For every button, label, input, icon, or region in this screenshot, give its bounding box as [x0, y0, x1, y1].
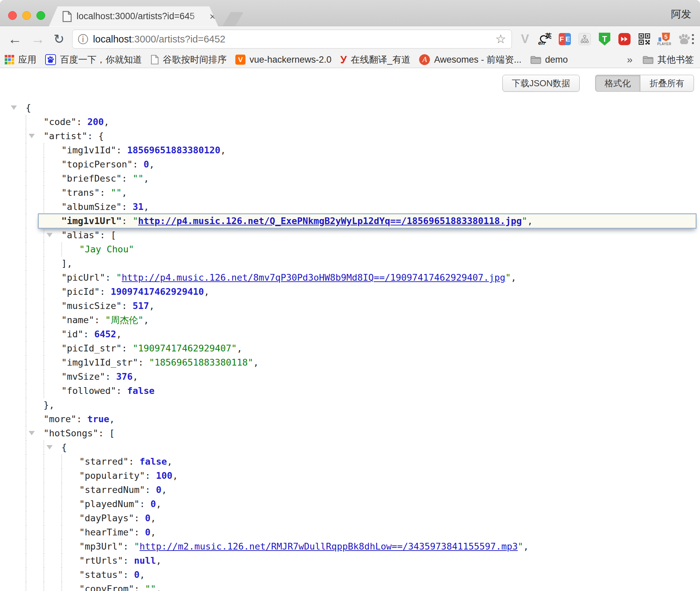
- zoom-window-button[interactable]: [36, 11, 45, 20]
- awesomes-logo-icon: A: [419, 54, 430, 65]
- json-key: "mvSize": [61, 371, 105, 382]
- json-literal-value: 517: [133, 301, 149, 311]
- active-tab[interactable]: localhost:3000/artists?id=645 ×: [49, 6, 218, 26]
- bookmark-baidu[interactable]: 百度一下，你就知道: [45, 54, 142, 66]
- indent-guide: [43, 256, 44, 271]
- json-url-link[interactable]: http://p4.music.126.net/Q_ExePNkmgB2yWyL…: [138, 216, 522, 226]
- json-url-link[interactable]: http://m2.music.126.net/RMJR7wDullRqppBk…: [140, 541, 518, 552]
- reload-icon[interactable]: ↻: [49, 33, 69, 45]
- url-text[interactable]: localhost:3000/artists?id=6452: [93, 34, 226, 45]
- indent-guide: [43, 143, 44, 157]
- json-string-value: "Jay Chou": [79, 244, 134, 254]
- org-tree-icon[interactable]: [578, 32, 591, 46]
- json-line: "albumSize": 31,: [0, 200, 700, 214]
- json-punctuation: ,: [140, 569, 145, 580]
- tab-close-icon[interactable]: ×: [207, 11, 218, 22]
- json-punctuation: ,: [156, 584, 162, 591]
- fe-helper-icon[interactable]: FE: [558, 32, 571, 46]
- json-key: "alias": [61, 230, 100, 240]
- html5-player-icon[interactable]: 5 PLAYER: [658, 32, 671, 46]
- vue-devtools-icon[interactable]: V: [519, 32, 531, 46]
- json-punctuation: ,: [149, 159, 154, 169]
- json-punctuation: :: [133, 159, 144, 169]
- indent-guide: [26, 271, 26, 285]
- json-key: "more": [43, 414, 77, 424]
- json-line-text: "name": "周杰伦",: [61, 313, 149, 327]
- json-punctuation: ,: [523, 541, 529, 552]
- json-line: "hearTime": 0,: [0, 525, 700, 539]
- indent-guide: [43, 327, 44, 341]
- json-line: ],: [0, 256, 700, 271]
- json-line-text: "popularity": 100,: [79, 469, 178, 483]
- indent-guide: [43, 186, 44, 200]
- json-punctuation: ,: [204, 286, 209, 297]
- doc-icon: [151, 55, 159, 65]
- json-key: "img1v1Id_str": [61, 357, 138, 368]
- json-line-text: "img1v1Url": "http://p4.music.126.net/Q_…: [61, 214, 533, 228]
- profile-name[interactable]: 阿发: [671, 7, 691, 21]
- json-line-text: "trans": "",: [61, 186, 127, 200]
- tampermonkey-shield-icon[interactable]: T: [598, 32, 611, 46]
- json-line-text: "albumSize": 31,: [61, 200, 149, 214]
- indent-guide: [61, 568, 62, 582]
- json-punctuation: :: [105, 272, 116, 283]
- collapse-arrow-icon[interactable]: [47, 233, 53, 237]
- indent-guide: [43, 228, 44, 242]
- bookmark-youdao-translate[interactable]: У 在线翻译_有道: [340, 54, 410, 66]
- indent-guide: [61, 582, 62, 591]
- browser-menu-icon[interactable]: [692, 34, 694, 44]
- indent-guide: [43, 554, 44, 568]
- collapse-arrow-icon[interactable]: [11, 105, 17, 110]
- minimize-window-button[interactable]: [22, 11, 31, 20]
- download-json-button[interactable]: 下载JSON数据: [502, 75, 580, 92]
- json-line: "picUrl": "http://p4.music.126.net/8mv7q…: [0, 271, 700, 285]
- json-punctuation: ,: [150, 513, 156, 523]
- tab-strip: localhost:3000/artists?id=645 × 阿发: [0, 0, 700, 26]
- indent-guide: [26, 327, 26, 341]
- new-tab-button[interactable]: [223, 12, 243, 26]
- back-icon[interactable]: ←: [3, 32, 26, 46]
- other-bookmarks-folder[interactable]: 其他书签: [643, 54, 694, 66]
- json-url-link[interactable]: http://p4.music.126.net/8mv7qP30Pd3oHW8b…: [122, 272, 505, 283]
- bookmark-vue-hackernews[interactable]: V vue-hackernews-2.0: [235, 55, 331, 65]
- indent-guide: [43, 469, 44, 483]
- translate-icon[interactable]: 英 en: [538, 32, 551, 46]
- format-collapse-group: 格式化 折叠所有: [595, 75, 694, 92]
- json-line-text: "picId_str": "19097417462929407",: [61, 341, 242, 355]
- indent-guide: [26, 242, 26, 256]
- json-line-text: "artist": {: [43, 129, 104, 143]
- json-punctuation: ,: [162, 485, 167, 495]
- bookmark-awesomes[interactable]: A Awesomes - 前端资...: [419, 54, 521, 66]
- json-literal-value: false: [127, 385, 154, 396]
- json-line-text: {: [61, 440, 67, 455]
- json-line-text: "img1v1Id": 18569651883380120,: [61, 143, 226, 157]
- bookmark-star-icon[interactable]: ☆: [495, 33, 506, 45]
- json-line-text: {: [26, 101, 31, 115]
- address-bar[interactable]: ⓘ localhost:3000/artists?id=6452 ☆: [72, 30, 512, 49]
- json-punctuation: {: [26, 102, 31, 113]
- bookmark-apps[interactable]: 应用: [5, 54, 36, 66]
- collapse-arrow-icon[interactable]: [29, 431, 35, 435]
- json-line-text: "hotSongs": [: [43, 426, 115, 440]
- indent-guide: [61, 511, 62, 525]
- format-button[interactable]: 格式化: [595, 75, 640, 92]
- bookmark-google-sort[interactable]: 谷歌按时间排序: [151, 54, 227, 66]
- collapse-arrow-icon[interactable]: [29, 134, 35, 138]
- indent-guide: [26, 426, 26, 440]
- json-key: "briefDesc": [61, 173, 122, 184]
- video-download-icon[interactable]: [618, 32, 631, 46]
- json-line-text: "mp3Url": "http://m2.music.126.net/RMJR7…: [79, 539, 529, 554]
- bookmarks-overflow-icon[interactable]: »: [627, 54, 633, 65]
- collapse-arrow-icon[interactable]: [47, 445, 53, 449]
- json-literal-value: 31: [133, 201, 144, 212]
- collapse-all-button[interactable]: 折叠所有: [640, 75, 694, 92]
- bookmark-demo[interactable]: demo: [530, 55, 568, 65]
- paw-icon[interactable]: [678, 32, 691, 46]
- close-window-button[interactable]: [8, 11, 17, 20]
- json-punctuation: :: [94, 315, 106, 325]
- site-info-icon[interactable]: ⓘ: [78, 34, 88, 44]
- json-punctuation: :: [116, 385, 127, 396]
- json-line-text: "briefDesc": "",: [61, 172, 149, 186]
- json-punctuation: :: [128, 456, 140, 467]
- qr-code-icon[interactable]: [638, 32, 651, 46]
